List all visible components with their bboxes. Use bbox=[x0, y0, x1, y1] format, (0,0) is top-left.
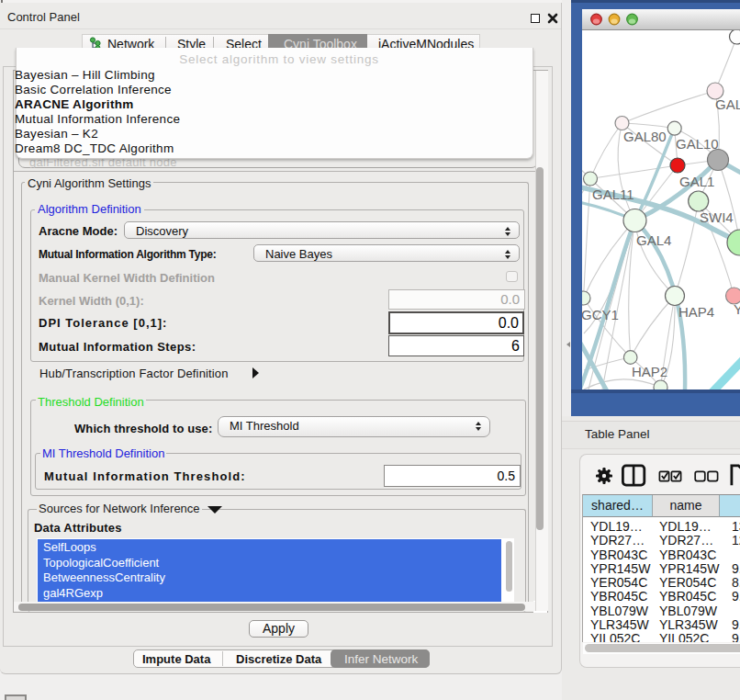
svg-text:GAL80: GAL80 bbox=[623, 129, 667, 144]
svg-text:GCY1: GCY1 bbox=[582, 307, 619, 322]
svg-text:HAP4: HAP4 bbox=[678, 304, 714, 320]
svg-text:HAP2: HAP2 bbox=[632, 364, 667, 379]
svg-text:GAL1: GAL1 bbox=[679, 174, 714, 189]
svg-text:GAL: GAL bbox=[715, 96, 740, 112]
svg-text:Y: Y bbox=[734, 301, 740, 317]
svg-text:GAL4: GAL4 bbox=[636, 232, 671, 248]
svg-text:GAL10: GAL10 bbox=[676, 136, 719, 152]
svg-text:GAL11: GAL11 bbox=[592, 186, 634, 202]
svg-text:SWI4: SWI4 bbox=[700, 209, 734, 225]
